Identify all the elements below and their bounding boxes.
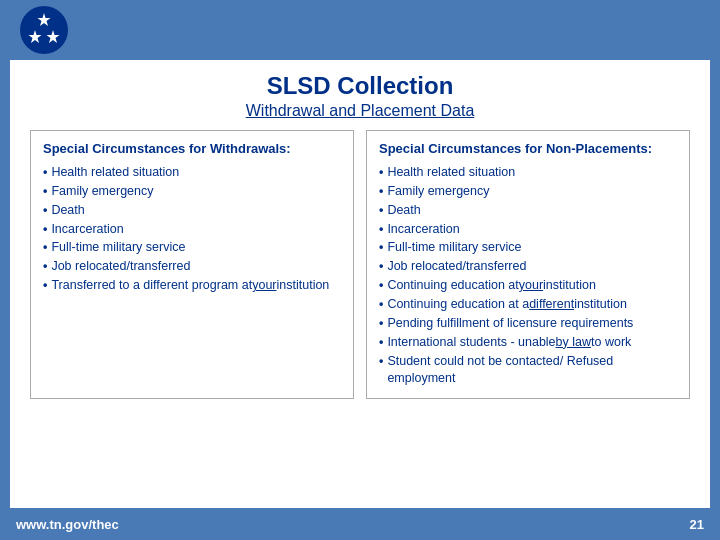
list-item: Pending fulfillment of licensure require… — [379, 315, 677, 332]
list-item: Incarceration — [379, 221, 677, 238]
tn-logo — [20, 6, 68, 54]
left-card: Special Circumstances for Withdrawals: H… — [30, 130, 354, 399]
list-item: International students - unable by law t… — [379, 334, 677, 351]
page-title: SLSD Collection — [30, 72, 690, 100]
footer-url: www.tn.gov/thec — [16, 517, 119, 532]
list-item: Incarceration — [43, 221, 341, 238]
list-item: Continuing education at your institution — [379, 277, 677, 294]
list-item: Student could not be contacted/ Refused … — [379, 353, 677, 387]
list-item: Death — [43, 202, 341, 219]
list-item: Full-time military service — [379, 239, 677, 256]
footer-page-number: 21 — [690, 517, 704, 532]
list-item: Job relocated/transferred — [379, 258, 677, 275]
underline-your-left: your — [252, 277, 276, 294]
left-card-title: Special Circumstances for Withdrawals: — [43, 141, 341, 158]
list-item: Continuing education at a different inst… — [379, 296, 677, 313]
right-card: Special Circumstances for Non-Placements… — [366, 130, 690, 399]
list-item: Health related situation — [43, 164, 341, 181]
list-item: Job relocated/transferred — [43, 258, 341, 275]
underline-different-right: different — [529, 296, 574, 313]
left-card-list: Health related situation Family emergenc… — [43, 164, 341, 294]
list-item: Family emergency — [379, 183, 677, 200]
right-card-list: Health related situation Family emergenc… — [379, 164, 677, 387]
main-content: SLSD Collection Withdrawal and Placement… — [10, 60, 710, 510]
list-item: Transferred to a different program at yo… — [43, 277, 341, 294]
list-item: Full-time military service — [43, 239, 341, 256]
underline-bylaw-right: by law — [556, 334, 591, 351]
list-item: Death — [379, 202, 677, 219]
page-subtitle: Withdrawal and Placement Data — [30, 102, 690, 120]
header — [0, 0, 720, 60]
footer-bar: www.tn.gov/thec 21 — [0, 508, 720, 540]
right-card-title: Special Circumstances for Non-Placements… — [379, 141, 677, 158]
cards-container: Special Circumstances for Withdrawals: H… — [30, 130, 690, 399]
list-item: Family emergency — [43, 183, 341, 200]
underline-your-right: your — [519, 277, 543, 294]
list-item: Health related situation — [379, 164, 677, 181]
